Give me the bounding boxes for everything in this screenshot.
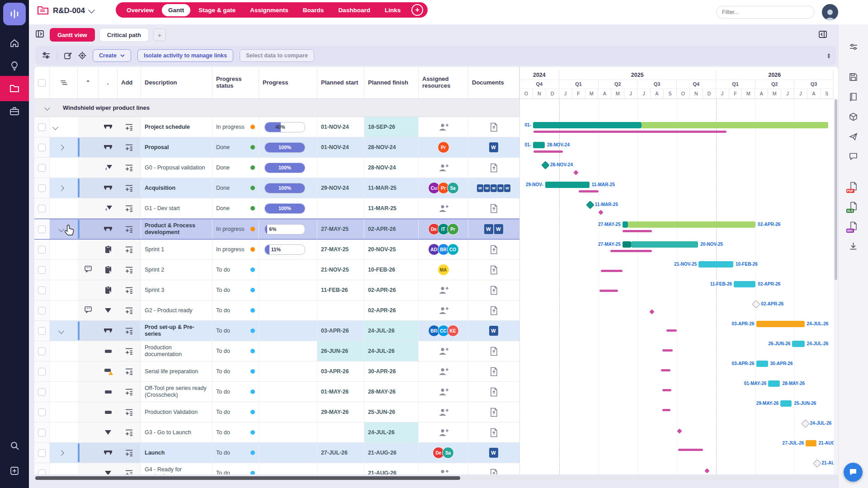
add-person-icon[interactable] [439, 204, 448, 212]
row-planned-start-cell[interactable]: 01-MAY-26 [317, 382, 364, 402]
header-planned-start[interactable]: Planned start [317, 67, 364, 99]
upload-document-icon[interactable] [490, 163, 498, 173]
header-progress[interactable]: Progress [259, 67, 317, 99]
row-documents-cell[interactable] [468, 382, 519, 402]
row-checkbox[interactable] [38, 388, 46, 396]
table-row[interactable]: Off-Tool pre series ready (Crosscheck)To… [34, 382, 519, 402]
add-row-icon[interactable] [125, 348, 133, 355]
add-person-icon[interactable] [439, 469, 448, 474]
word-document-icon[interactable]: W [489, 448, 498, 458]
gantt-bar[interactable] [623, 221, 628, 228]
row-planned-finish-cell[interactable]: 21-AUG-26 [364, 443, 419, 463]
row-checkbox[interactable] [38, 307, 46, 314]
row-documents-cell[interactable]: W [468, 137, 519, 157]
file-image-icon[interactable]: IMG [846, 218, 861, 234]
add-row-icon[interactable] [125, 429, 133, 436]
row-resources-cell[interactable]: Pr [419, 137, 468, 157]
upload-document-icon[interactable] [490, 306, 498, 315]
row-planned-finish-cell[interactable]: 02-APR-26 [364, 280, 419, 300]
file-excel-icon[interactable]: XLS [846, 198, 861, 214]
row-planned-start-cell[interactable] [317, 300, 364, 320]
upload-document-icon[interactable] [490, 347, 498, 356]
row-planned-finish-cell[interactable]: 28-NOV-24 [364, 137, 419, 157]
file-pdf-icon[interactable]: PDF [846, 178, 861, 194]
add-row-icon[interactable] [125, 287, 133, 294]
header-documents[interactable]: Documents [468, 67, 519, 99]
row-checkbox[interactable] [38, 205, 46, 212]
add-row-icon[interactable] [125, 389, 133, 395]
row-documents-cell[interactable] [468, 341, 519, 361]
gantt-bar[interactable] [768, 380, 780, 387]
comment-icon[interactable] [85, 306, 92, 315]
avatar[interactable]: MA [438, 264, 449, 276]
sidebar-item-plus[interactable] [0, 458, 29, 483]
row-planned-start-cell[interactable]: 01-NOV-24 [317, 117, 364, 137]
tab-overview[interactable]: Overview [120, 4, 160, 16]
row-documents-cell[interactable]: W [468, 443, 519, 463]
header-add[interactable]: Add [118, 67, 141, 99]
header-progress-status[interactable]: Progress status [212, 67, 259, 99]
table-row[interactable]: G4 - Ready for productionTo do21-AUG-26 [34, 463, 519, 474]
row-progress-cell[interactable] [259, 382, 317, 402]
add-tab-button[interactable]: + [411, 4, 423, 16]
row-description-cell[interactable]: Product & Process development [141, 219, 212, 239]
sidebar-item-home[interactable] [0, 31, 29, 56]
row-checkbox[interactable] [38, 225, 46, 233]
gantt-bar[interactable] [533, 122, 642, 128]
add-row-icon[interactable] [125, 246, 133, 253]
gantt-milestone[interactable] [586, 201, 594, 209]
chevron-right-icon[interactable] [58, 145, 64, 150]
table-row[interactable]: G0 - Proposal validationDone100%28-NOV-2… [34, 158, 519, 178]
help-chat-button[interactable] [844, 463, 863, 482]
gantt-bar[interactable] [628, 221, 756, 228]
row-resources-cell[interactable] [419, 361, 468, 381]
row-description-cell[interactable]: Acquisition [141, 178, 212, 198]
row-documents-cell[interactable] [468, 300, 519, 320]
row-checkbox[interactable] [38, 327, 46, 335]
row-planned-start-cell[interactable]: 27-MAY-25 [317, 219, 364, 239]
row-progress-cell[interactable]: 100% [259, 137, 317, 157]
chevron-right-icon[interactable] [58, 185, 64, 191]
gantt-bar[interactable] [780, 400, 792, 407]
row-status-cell[interactable]: To do [212, 382, 259, 402]
vertical-scrollbar[interactable] [834, 99, 838, 474]
table-row[interactable]: Production ValidationTo do29-MAY-2625-JU… [34, 402, 519, 422]
row-documents-cell[interactable] [468, 198, 519, 218]
row-progress-cell[interactable] [259, 443, 317, 463]
row-planned-start-cell[interactable] [317, 463, 364, 474]
row-status-cell[interactable]: To do [212, 321, 259, 341]
add-row-icon[interactable] [125, 164, 133, 171]
row-documents-cell[interactable] [468, 422, 519, 442]
table-row[interactable]: G3 - Go to LaunchTo do24-JUL-26 [34, 422, 519, 443]
row-planned-start-cell[interactable] [317, 422, 364, 442]
row-status-cell[interactable]: To do [212, 402, 259, 422]
row-status-cell[interactable]: To do [212, 280, 259, 300]
tab-stage-gate[interactable]: Stage & gate [192, 4, 242, 16]
chevron-right-icon[interactable] [58, 450, 64, 456]
filter-input[interactable] [716, 6, 815, 19]
horizontal-scrollbar-thumb[interactable] [35, 476, 460, 480]
add-row-icon[interactable] [125, 124, 133, 131]
row-status-cell[interactable]: Done [212, 158, 259, 178]
row-planned-finish-cell[interactable]: 24-JUL-26 [364, 422, 419, 442]
row-status-cell[interactable]: To do [212, 463, 259, 474]
row-description-cell[interactable]: G4 - Ready for production [141, 463, 212, 474]
row-planned-start-cell[interactable]: 27-JUL-26 [317, 443, 364, 463]
row-resources-cell[interactable] [419, 402, 468, 422]
compare-data-button[interactable]: Select data to compare [240, 49, 314, 62]
sidebar-item-briefcase[interactable] [0, 99, 29, 124]
row-description-cell[interactable]: Proposal [141, 137, 212, 157]
row-progress-cell[interactable]: 100% [259, 198, 317, 218]
row-description-cell[interactable]: Sprint 2 [141, 260, 212, 280]
chevron-down-icon[interactable] [58, 226, 64, 232]
row-planned-start-cell[interactable]: 27-MAY-25 [317, 239, 364, 259]
upload-document-icon[interactable] [490, 408, 498, 417]
create-button[interactable]: Create [93, 49, 131, 62]
row-description-cell[interactable]: Sprint 3 [141, 280, 212, 300]
row-checkbox[interactable] [38, 164, 46, 172]
table-row[interactable]: Sprint 3To do11-FEB-2602-APR-26 [34, 280, 519, 300]
save-icon[interactable] [846, 69, 861, 84]
row-documents-cell[interactable] [468, 117, 519, 137]
upload-document-icon[interactable] [490, 204, 498, 213]
add-view-button[interactable]: + [153, 28, 166, 41]
